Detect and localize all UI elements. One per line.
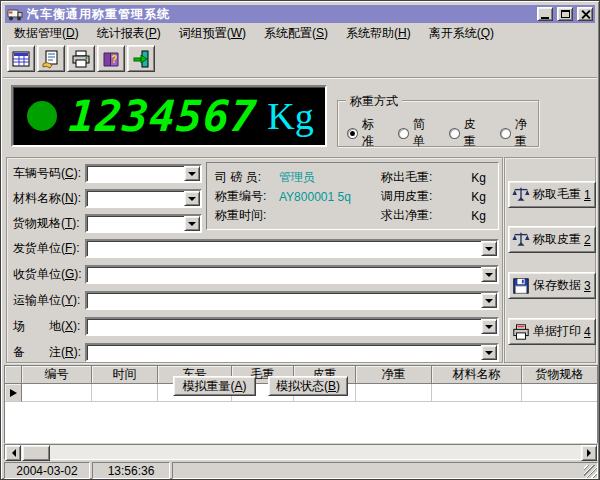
- cell-time: [92, 384, 158, 402]
- weigh-time-label: 称重时间:: [215, 207, 279, 224]
- horizontal-scrollbar[interactable]: [4, 444, 598, 460]
- cell-record-no: [22, 384, 92, 402]
- operator-label: 司 磅 员:: [215, 169, 279, 186]
- print-icon: [71, 49, 91, 69]
- menu-system-config[interactable]: 系统配置(S): [255, 23, 337, 44]
- print-button[interactable]: [67, 45, 95, 72]
- print-receipt-button[interactable]: 单据打印4: [508, 318, 596, 345]
- scroll-left-button[interactable]: [5, 445, 21, 461]
- report-button[interactable]: [37, 45, 65, 72]
- data-grid-icon: [11, 49, 31, 69]
- menu-statistics-report[interactable]: 统计报表(P): [88, 23, 170, 44]
- radio-net-icon: [500, 128, 511, 139]
- remark-label: 备 注(R):: [13, 343, 81, 362]
- net-weight-label: 求出净重:: [381, 207, 445, 224]
- menubar: 数据管理(D) 统计报表(P) 词组预置(W) 系统配置(S) 系统帮助(H) …: [5, 24, 595, 43]
- menu-exit-system[interactable]: 离开系统(Q): [420, 23, 503, 44]
- vehicle-no-dropdown-button[interactable]: [184, 166, 200, 181]
- material-name-dropdown-button[interactable]: [184, 191, 200, 206]
- header-material: 材料名称: [432, 366, 522, 384]
- header-indicator: [5, 366, 22, 384]
- radio-standard-icon: [347, 128, 358, 139]
- row-indicator-cell: [5, 384, 22, 402]
- remark-input[interactable]: [88, 346, 481, 359]
- shipper-input[interactable]: [88, 242, 481, 255]
- scrollbar-thumb[interactable]: [22, 445, 50, 461]
- chevron-down-icon: [485, 299, 493, 307]
- scale-icon: [512, 186, 530, 204]
- chevron-down-icon: [188, 172, 196, 180]
- simulate-weight-button[interactable]: 模拟重量(A): [173, 376, 256, 396]
- receiver-combo: [85, 265, 499, 284]
- tare-weight-unit: Kg: [445, 190, 490, 204]
- receiver-dropdown-button[interactable]: [481, 267, 497, 282]
- app-window: 汽车衡通用称重管理系统 数据管理(D) 统计报表(P) 词组预置(W) 系统配置…: [0, 0, 600, 480]
- radio-tare-label: 皮重: [464, 116, 487, 150]
- minimize-button[interactable]: [537, 7, 553, 21]
- radio-simple-icon: [398, 128, 409, 139]
- weigh-gross-label: 称取毛重: [533, 186, 581, 203]
- menu-data-management[interactable]: 数据管理(D): [5, 23, 88, 44]
- resize-grip[interactable]: [584, 465, 597, 478]
- led-weight-value: 1234567: [67, 91, 259, 141]
- cell-material: [432, 384, 522, 402]
- status-lamp-icon: [27, 101, 57, 131]
- triangle-left-icon: [8, 449, 16, 457]
- vehicle-no-input[interactable]: [88, 167, 184, 180]
- status-filler: [172, 462, 598, 479]
- transporter-input[interactable]: [88, 294, 481, 307]
- menu-system-help[interactable]: 系统帮助(H): [337, 23, 420, 44]
- transporter-dropdown-button[interactable]: [481, 293, 497, 308]
- remark-dropdown-button[interactable]: [481, 345, 497, 360]
- radio-net[interactable]: 净重: [500, 116, 538, 150]
- help-book-icon: ?: [101, 49, 121, 69]
- site-input[interactable]: [88, 320, 481, 333]
- weigh-tare-button[interactable]: 称取皮重2: [508, 226, 596, 253]
- chevron-down-icon: [188, 197, 196, 205]
- close-button[interactable]: [577, 7, 593, 21]
- goods-spec-label: 货物规格(T):: [13, 214, 80, 233]
- maximize-button[interactable]: [557, 7, 573, 21]
- radio-net-label: 净重: [515, 116, 538, 150]
- goods-spec-dropdown-button[interactable]: [184, 216, 200, 231]
- status-date: 2004-03-02: [4, 462, 90, 479]
- radio-tare[interactable]: 皮重: [449, 116, 487, 150]
- chevron-down-icon: [188, 222, 196, 230]
- scroll-right-button[interactable]: [581, 445, 597, 461]
- save-data-button[interactable]: 保存数据3: [508, 272, 596, 299]
- titlebar[interactable]: 汽车衡通用称重管理系统: [5, 5, 595, 23]
- receiver-input[interactable]: [88, 268, 481, 281]
- shipper-dropdown-button[interactable]: [481, 241, 497, 256]
- transporter-label: 运输单位(Y):: [13, 291, 80, 310]
- site-dropdown-button[interactable]: [481, 319, 497, 334]
- simulate-status-button[interactable]: 模拟状态(B): [268, 376, 348, 396]
- material-name-input[interactable]: [88, 192, 184, 205]
- maximize-icon: [561, 10, 570, 18]
- help-button[interactable]: ?: [97, 45, 125, 72]
- site-label: 场 地(X):: [13, 317, 80, 336]
- exit-door-icon: [131, 49, 151, 69]
- toolbar-separator: [3, 77, 597, 79]
- triangle-right-icon: [587, 449, 595, 457]
- weigh-gross-button[interactable]: 称取毛重1: [508, 181, 596, 208]
- minimize-icon: [541, 17, 549, 19]
- header-time: 时间: [92, 366, 158, 384]
- radio-simple[interactable]: 简单: [398, 116, 436, 150]
- chevron-down-icon: [485, 247, 493, 255]
- material-name-label: 材料名称(N):: [13, 189, 81, 208]
- operator-value: 管理员: [279, 169, 381, 186]
- radio-standard[interactable]: 标准: [347, 116, 385, 150]
- gross-weight-label: 称出毛重:: [381, 169, 445, 186]
- goods-spec-input[interactable]: [88, 217, 184, 230]
- exit-button[interactable]: [127, 45, 155, 72]
- print-receipt-accesskey: 4: [584, 325, 591, 339]
- radio-simple-label: 简单: [413, 116, 436, 150]
- weigh-mode-title: 称重方式: [346, 93, 402, 110]
- report-icon: [41, 49, 61, 69]
- header-record-no: 编号: [22, 366, 92, 384]
- menu-phrase-preset[interactable]: 词组预置(W): [170, 23, 255, 44]
- weigh-no-value: AY800001 5q: [279, 190, 381, 204]
- data-grid-button[interactable]: [7, 45, 35, 72]
- window-title: 汽车衡通用称重管理系统: [27, 6, 533, 23]
- net-weight-unit: Kg: [445, 209, 490, 223]
